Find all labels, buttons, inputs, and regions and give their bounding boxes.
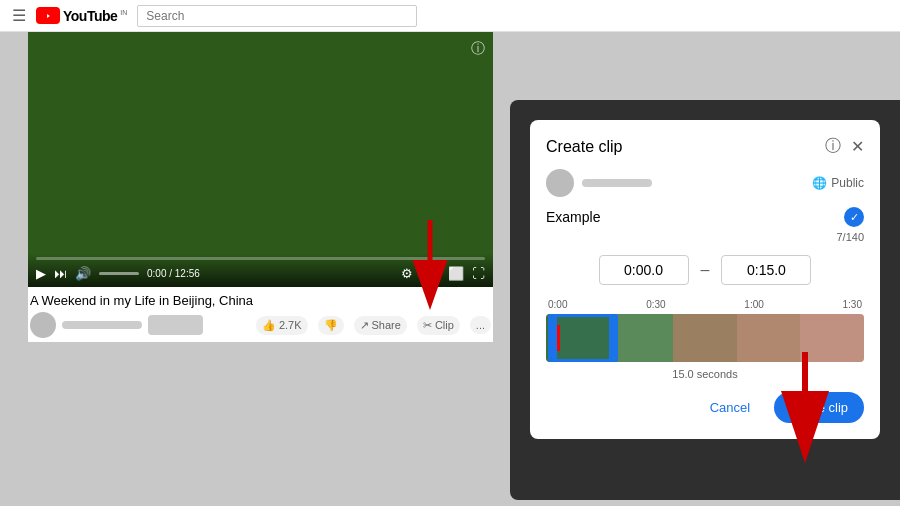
- next-button[interactable]: ⏭: [54, 266, 67, 281]
- clip-selection[interactable]: [548, 314, 618, 362]
- timeline-label-3: 1:30: [843, 299, 862, 310]
- like-button[interactable]: 👍 2.7K: [256, 316, 308, 335]
- share-button[interactable]: ↗ Share: [354, 316, 407, 335]
- clip-title-check-icon: ✓: [844, 207, 864, 227]
- thumb-seg-2: [610, 314, 674, 362]
- channel-avatar[interactable]: [30, 312, 56, 338]
- clip-label: Clip: [435, 319, 454, 331]
- channel-name-blur: [62, 321, 142, 329]
- timeline-label-0: 0:00: [548, 299, 567, 310]
- video-info-icon[interactable]: ⓘ: [471, 40, 485, 58]
- more-button[interactable]: ...: [470, 316, 491, 334]
- youtube-logo-icon: [36, 7, 60, 24]
- play-button[interactable]: ▶: [36, 266, 46, 281]
- visibility-text: Public: [831, 176, 864, 190]
- fullscreen-icon[interactable]: ⛶: [472, 266, 485, 281]
- modal-header-icons: ⓘ ✕: [825, 136, 864, 157]
- clip-handle-right[interactable]: [609, 317, 615, 359]
- modal-header: Create clip ⓘ ✕: [546, 136, 864, 157]
- cancel-button[interactable]: Cancel: [698, 392, 762, 423]
- scissors-icon: ✂: [423, 319, 432, 332]
- menu-icon[interactable]: ☰: [12, 6, 26, 25]
- youtube-logo[interactable]: YouTube IN: [36, 7, 127, 24]
- time-display: 0:00 / 12:56: [147, 268, 200, 279]
- user-left: [546, 169, 652, 197]
- timeline-label-1: 0:30: [646, 299, 665, 310]
- action-buttons: 👍 2.7K 👎 ↗ Share ✂ Clip ...: [256, 316, 491, 335]
- char-count: 7/140: [546, 231, 864, 243]
- share-label: Share: [372, 319, 401, 331]
- user-name-blur: [582, 179, 652, 187]
- youtube-header: ☰ YouTube IN: [0, 0, 900, 32]
- timeline-labels: 0:00 0:30 1:00 1:30: [546, 299, 864, 310]
- volume-bar[interactable]: [99, 272, 139, 275]
- svg-marker-0: [47, 14, 50, 18]
- red-arrow-2: [770, 352, 840, 446]
- dislike-button[interactable]: 👎: [318, 316, 344, 335]
- time-start-input[interactable]: [599, 255, 689, 285]
- clip-title-row: Example ✓: [546, 207, 864, 227]
- search-input[interactable]: [137, 5, 417, 27]
- clip-title-text: Example: [546, 209, 600, 225]
- dislike-icon: 👎: [324, 319, 338, 332]
- modal-close-icon[interactable]: ✕: [851, 137, 864, 156]
- time-end-input[interactable]: [721, 255, 811, 285]
- time-range-dash: –: [701, 261, 710, 279]
- time-range: –: [546, 255, 864, 285]
- user-avatar: [546, 169, 574, 197]
- youtube-logo-text: YouTube: [63, 8, 117, 24]
- like-count: 2.7K: [279, 319, 302, 331]
- clip-playhead: [557, 325, 560, 351]
- channel-info: [30, 312, 203, 338]
- thumb-seg-3: [673, 314, 737, 362]
- globe-icon: 🌐: [812, 176, 827, 190]
- modal-overlay: Create clip ⓘ ✕ 🌐 Public Example ✓ 7/140: [510, 100, 900, 500]
- timeline-label-2: 1:00: [744, 299, 763, 310]
- modal-info-icon[interactable]: ⓘ: [825, 136, 841, 157]
- like-icon: 👍: [262, 319, 276, 332]
- more-icon: ...: [476, 319, 485, 331]
- user-row: 🌐 Public: [546, 169, 864, 197]
- video-channel-row: 👍 2.7K 👎 ↗ Share ✂ Clip ...: [28, 308, 493, 342]
- public-label[interactable]: 🌐 Public: [812, 176, 864, 190]
- modal-title: Create clip: [546, 138, 622, 156]
- subscribe-button[interactable]: [148, 315, 203, 335]
- youtube-logo-in: IN: [120, 9, 127, 16]
- clip-button[interactable]: ✂ Clip: [417, 316, 460, 335]
- red-arrow-1: [400, 220, 460, 304]
- volume-button[interactable]: 🔊: [75, 266, 91, 281]
- share-icon: ↗: [360, 319, 369, 332]
